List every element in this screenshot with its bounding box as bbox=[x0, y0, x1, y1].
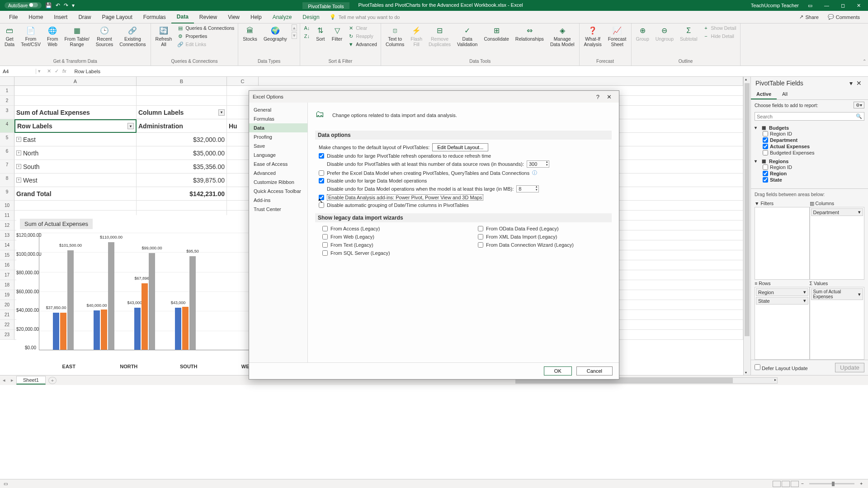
relationships-button[interactable]: ⇔Relationships bbox=[514, 24, 546, 43]
field-item[interactable]: Department bbox=[755, 137, 864, 143]
row-header[interactable]: 3 bbox=[0, 106, 14, 119]
from-web-button[interactable]: 🌐From Web bbox=[45, 24, 60, 48]
tab-analyze[interactable]: Analyze bbox=[267, 11, 297, 23]
row-header[interactable]: 4 bbox=[0, 119, 14, 133]
redo-icon[interactable]: ↷ bbox=[64, 2, 68, 9]
advanced-filter-button[interactable]: ▼Advanced bbox=[347, 41, 378, 48]
rows-area[interactable]: Region▾ State▾ bbox=[755, 287, 810, 360]
row-header[interactable]: 19 bbox=[0, 290, 14, 300]
zoom-out-icon[interactable]: − bbox=[799, 481, 806, 486]
tab-insert[interactable]: Insert bbox=[48, 11, 73, 23]
filter-dropdown-icon[interactable]: ▾ bbox=[127, 123, 134, 129]
pivot-row[interactable]: +North bbox=[14, 146, 137, 160]
consolidate-button[interactable]: ⊞Consolidate bbox=[482, 24, 510, 43]
row-header[interactable]: 11 bbox=[0, 211, 14, 221]
clear-filter-button[interactable]: ✕Clear bbox=[347, 24, 378, 32]
name-box[interactable]: A4 bbox=[0, 69, 36, 74]
column-field-chip[interactable]: Department▾ bbox=[811, 208, 863, 216]
tab-help[interactable]: Help bbox=[245, 11, 267, 23]
legacy-wizard-checkbox[interactable] bbox=[322, 242, 328, 248]
legacy-wizard-checkbox[interactable] bbox=[478, 226, 483, 231]
dialog-nav-item[interactable]: Advanced bbox=[249, 169, 307, 178]
row-header[interactable]: 21 bbox=[0, 310, 14, 320]
stocks-button[interactable]: 🏛Stocks bbox=[241, 24, 259, 43]
sheet-nav-next-icon[interactable]: ▸ bbox=[8, 377, 16, 383]
save-icon[interactable]: 💾 bbox=[45, 2, 52, 9]
pivot-value[interactable]: $32,000.00 bbox=[137, 133, 227, 146]
dialog-nav-item[interactable]: Add-ins bbox=[249, 196, 307, 205]
pivot-chart[interactable]: Sum of Actual Expenses $120,000.00$100,0… bbox=[16, 215, 278, 373]
pivot-grand-total-value[interactable]: $142,231.00 bbox=[137, 187, 227, 201]
chip-dropdown-icon[interactable]: ▾ bbox=[803, 289, 806, 295]
enter-formula-icon[interactable]: ✓ bbox=[55, 68, 59, 74]
get-data-button[interactable]: 🗃Get Data bbox=[3, 24, 16, 48]
datatype-nav-icon[interactable]: ▾ bbox=[292, 32, 297, 39]
tab-view[interactable]: View bbox=[222, 11, 245, 23]
field-item[interactable]: Budgeted Expenses bbox=[755, 150, 864, 156]
disable-autogroup-checkbox[interactable] bbox=[319, 202, 324, 208]
undo-model-mb-spinbox[interactable]: 8 bbox=[516, 185, 539, 192]
row-header[interactable]: 2 bbox=[0, 96, 14, 106]
dialog-help-icon[interactable]: ? bbox=[593, 94, 603, 100]
expand-icon[interactable]: + bbox=[16, 137, 21, 142]
fieldpane-tab-all[interactable]: All bbox=[777, 89, 793, 99]
field-table-header[interactable]: ▾▦Regions bbox=[755, 159, 864, 164]
ok-button[interactable]: OK bbox=[544, 366, 572, 375]
geography-button[interactable]: 🌍Geography bbox=[262, 24, 289, 43]
legacy-wizard-checkbox[interactable] bbox=[322, 250, 328, 256]
dialog-nav-item[interactable]: General bbox=[249, 105, 307, 114]
close-fieldpane-icon[interactable]: ✕ bbox=[854, 80, 863, 87]
edit-default-layout-button[interactable]: Edit Default Layout... bbox=[432, 143, 488, 151]
pivot-value[interactable]: $39,875.00 bbox=[137, 174, 227, 187]
fieldpane-layout-icon[interactable]: ⚙▾ bbox=[854, 102, 864, 108]
recent-sources-button[interactable]: 🕒Recent Sources bbox=[94, 24, 115, 48]
data-validation-button[interactable]: ✓Data Validation bbox=[455, 24, 479, 48]
cancel-button[interactable]: Cancel bbox=[576, 366, 613, 375]
zoom-slider[interactable] bbox=[809, 483, 854, 484]
flash-fill-button[interactable]: ⚡Flash Fill bbox=[409, 24, 424, 48]
dialog-nav-item[interactable]: Save bbox=[249, 141, 307, 150]
col-header[interactable]: A bbox=[14, 77, 137, 85]
pivot-column-labels[interactable]: Column Labels▾ bbox=[137, 106, 227, 119]
field-item[interactable]: Region ID bbox=[755, 164, 864, 170]
text-to-columns-button[interactable]: ⎅Text to Columns bbox=[384, 24, 406, 48]
row-header[interactable]: 15 bbox=[0, 250, 14, 260]
pivot-values-label[interactable]: Sum of Actual Expenses bbox=[14, 106, 137, 119]
pivot-grand-total-label[interactable]: Grand Total bbox=[14, 187, 137, 201]
cancel-formula-icon[interactable]: ✕ bbox=[47, 68, 51, 74]
legacy-wizard-checkbox[interactable] bbox=[478, 242, 483, 248]
dialog-close-icon[interactable]: ✕ bbox=[603, 94, 615, 100]
comments-button[interactable]: 💬Comments bbox=[823, 14, 864, 20]
pivot-value[interactable]: $35,356.00 bbox=[137, 160, 227, 174]
close-icon[interactable]: ✕ bbox=[854, 3, 863, 9]
from-table-range-button[interactable]: ▦From Table/ Range bbox=[62, 24, 91, 48]
pivot-value[interactable]: $35,000.00 bbox=[137, 146, 227, 160]
row-header[interactable]: 23 bbox=[0, 330, 14, 340]
pivot-col-admin[interactable]: Administration bbox=[137, 119, 227, 133]
autosave-toggle[interactable]: AutoSave bbox=[5, 2, 42, 9]
field-checkbox[interactable] bbox=[763, 150, 768, 155]
group-button[interactable]: ⊕Group bbox=[634, 24, 651, 43]
maximize-icon[interactable]: ◻ bbox=[838, 3, 848, 9]
sort-az-button[interactable]: A↓ bbox=[303, 24, 311, 32]
disable-undo-pivot-checkbox[interactable] bbox=[319, 153, 324, 159]
row-header[interactable]: 17 bbox=[0, 270, 14, 280]
filter-button[interactable]: ▽Filter bbox=[330, 24, 344, 43]
row-header[interactable]: 7 bbox=[0, 160, 14, 174]
normal-view-icon[interactable] bbox=[773, 481, 781, 487]
formula-content[interactable]: Row Labels bbox=[71, 69, 104, 74]
dialog-nav-item[interactable]: Quick Access Toolbar bbox=[249, 187, 307, 196]
row-header[interactable]: 18 bbox=[0, 280, 14, 290]
chip-dropdown-icon[interactable]: ▾ bbox=[803, 298, 806, 304]
info-icon[interactable]: ⓘ bbox=[532, 169, 537, 176]
from-text-csv-button[interactable]: 📄From Text/CSV bbox=[19, 24, 42, 48]
vertical-scrollbar[interactable]: ▴▾ bbox=[743, 77, 750, 375]
fx-icon[interactable]: fx bbox=[62, 68, 66, 74]
tab-file[interactable]: File bbox=[4, 11, 23, 23]
row-header[interactable]: 14 bbox=[0, 240, 14, 250]
dialog-nav-item[interactable]: Trust Center bbox=[249, 205, 307, 214]
expand-icon[interactable]: + bbox=[16, 150, 21, 155]
field-search-input[interactable] bbox=[757, 114, 856, 119]
field-checkbox[interactable] bbox=[763, 131, 768, 136]
row-header[interactable]: 8 bbox=[0, 174, 14, 187]
